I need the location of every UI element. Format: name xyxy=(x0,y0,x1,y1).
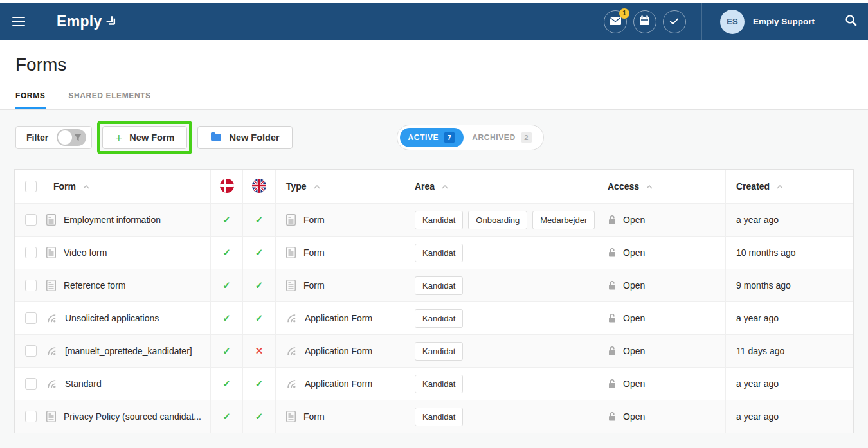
form-row-icon xyxy=(46,214,56,226)
area-cell: Kandidat xyxy=(404,302,597,334)
area-tag: Kandidat xyxy=(415,375,463,393)
tab-forms[interactable]: FORMS xyxy=(15,91,45,109)
form-name[interactable]: Video form xyxy=(64,247,107,258)
area-cell: Kandidat xyxy=(404,237,597,269)
new-form-label: New Form xyxy=(129,132,174,143)
table-row: Privacy Policy (sourced candidat... ✓ ✓ … xyxy=(15,400,853,433)
folder-icon xyxy=(210,132,222,143)
header-danish[interactable] xyxy=(211,170,243,203)
sort-caret-icon xyxy=(777,185,783,189)
brand-name: Emply xyxy=(57,13,102,30)
header-type[interactable]: Type xyxy=(276,170,404,203)
tasks-button[interactable] xyxy=(663,10,686,33)
english-availability-mark: ✓ xyxy=(255,411,264,422)
area-tag: Kandidat xyxy=(415,408,463,426)
english-cell: ✓ xyxy=(243,400,276,433)
form-name[interactable]: Employment information xyxy=(64,215,161,225)
british-flag-icon xyxy=(252,179,266,195)
form-name[interactable]: [manuelt_oprettede_kandidater] xyxy=(65,346,192,356)
toggle-knob xyxy=(58,130,72,145)
area-tag: Kandidat xyxy=(415,309,463,328)
created-label: 9 months ago xyxy=(736,280,791,291)
row-checkbox[interactable] xyxy=(25,312,37,324)
access-label: Open xyxy=(623,280,645,291)
row-checkbox[interactable] xyxy=(25,411,37,422)
search-button[interactable] xyxy=(833,3,868,40)
row-checkbox[interactable] xyxy=(25,378,37,390)
header-form[interactable]: Form xyxy=(15,170,211,203)
open-lock-icon xyxy=(608,411,617,422)
type-label: Form xyxy=(303,247,325,258)
filter-control[interactable]: Filter xyxy=(15,126,92,149)
sort-caret-icon xyxy=(442,185,448,189)
row-checkbox[interactable] xyxy=(25,247,37,258)
created-label: a year ago xyxy=(736,215,779,225)
access-label: Open xyxy=(623,379,645,389)
hamburger-menu-button[interactable] xyxy=(0,3,37,40)
table-row: Reference form ✓ ✓ Form Kandidat Open 9 … xyxy=(15,269,853,301)
access-cell: Open xyxy=(597,368,726,400)
new-form-button[interactable]: + New Form xyxy=(102,126,187,149)
header-type-label: Type xyxy=(286,181,307,192)
type-icon xyxy=(286,411,296,422)
english-cell: ✓ xyxy=(243,368,276,400)
active-filter-segment[interactable]: ACTIVE 7 xyxy=(400,128,464,147)
created-cell: 10 months ago xyxy=(726,237,853,269)
filter-toggle[interactable] xyxy=(57,129,86,146)
tab-shared-elements[interactable]: SHARED ELEMENTS xyxy=(68,91,150,109)
row-checkbox[interactable] xyxy=(25,280,37,291)
danish-cell: ✓ xyxy=(211,368,243,400)
header-access-label: Access xyxy=(608,181,639,192)
created-cell: a year ago xyxy=(726,368,853,400)
row-checkbox[interactable] xyxy=(25,214,37,226)
brand-logo[interactable]: Emply xyxy=(57,3,116,40)
table-row: Standard ✓ ✓ Application Form Kandidat O… xyxy=(15,367,853,400)
active-label: ACTIVE xyxy=(408,133,439,142)
type-cell: Application Form xyxy=(276,368,404,400)
messages-button[interactable]: 1 xyxy=(604,10,627,33)
action-highlight-box: + New Form xyxy=(97,121,192,154)
form-name[interactable]: Reference form xyxy=(64,280,125,291)
new-folder-button[interactable]: New Folder xyxy=(197,126,292,149)
table-body: Employment information ✓ ✓ Form Kandidat… xyxy=(15,203,853,433)
archived-filter-segment[interactable]: ARCHIVED 2 xyxy=(464,128,540,147)
created-cell: 9 months ago xyxy=(726,269,853,301)
header-created[interactable]: Created xyxy=(726,170,853,203)
danish-cell: ✓ xyxy=(211,302,243,334)
sort-caret-icon xyxy=(83,185,89,189)
table-row: Video form ✓ ✓ Form Kandidat Open 10 mon… xyxy=(15,236,853,269)
open-lock-icon xyxy=(608,247,617,258)
open-lock-icon xyxy=(608,346,617,356)
english-cell: ✕ xyxy=(243,335,276,367)
type-cell: Application Form xyxy=(276,302,404,334)
top-navbar: Emply 1 ES xyxy=(0,3,868,40)
danish-cell: ✓ xyxy=(211,269,243,301)
danish-availability-mark: ✓ xyxy=(222,411,231,422)
user-menu[interactable]: ES Emply Support xyxy=(702,3,833,40)
created-label: a year ago xyxy=(736,379,779,389)
select-all-checkbox[interactable] xyxy=(25,181,37,192)
area-tag: Kandidat xyxy=(415,211,463,229)
area-tag: Kandidat xyxy=(415,244,463,262)
danish-flag-icon xyxy=(220,179,234,195)
form-name[interactable]: Standard xyxy=(65,379,102,389)
open-lock-icon xyxy=(608,313,617,323)
form-name[interactable]: Privacy Policy (sourced candidat... xyxy=(64,411,201,422)
header-area[interactable]: Area xyxy=(404,170,597,203)
english-availability-mark: ✓ xyxy=(255,280,264,291)
header-access[interactable]: Access xyxy=(597,170,726,203)
header-form-label: Form xyxy=(53,181,76,192)
access-label: Open xyxy=(623,215,645,225)
search-icon xyxy=(845,14,857,29)
archived-count-badge: 2 xyxy=(521,132,532,143)
filter-label: Filter xyxy=(26,132,48,143)
form-row-icon xyxy=(46,346,57,357)
open-lock-icon xyxy=(608,280,617,291)
row-checkbox[interactable] xyxy=(25,345,37,357)
access-cell: Open xyxy=(597,400,726,433)
header-english[interactable] xyxy=(243,170,276,203)
table-row: Employment information ✓ ✓ Form Kandidat… xyxy=(15,203,853,236)
calendar-button[interactable] xyxy=(633,10,656,33)
form-name[interactable]: Unsolicited applications xyxy=(65,313,159,323)
table-row: [manuelt_oprettede_kandidater] ✓ ✕ Appli… xyxy=(15,334,853,367)
